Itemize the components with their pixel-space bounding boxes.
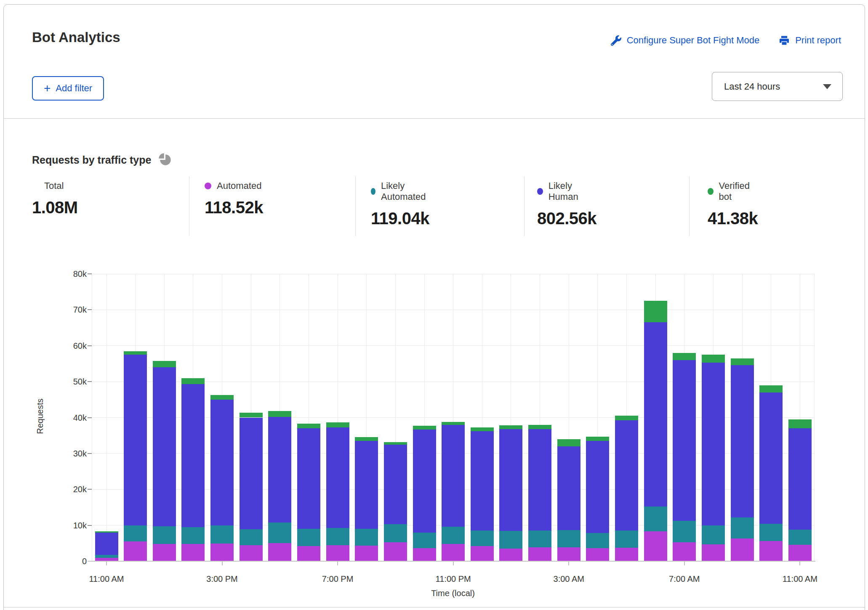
bar-segment-verified-bot [181, 378, 205, 385]
bar-segment-likely-human [210, 400, 234, 525]
bar-segment-automated [355, 546, 378, 561]
bar-segment-automated [673, 542, 696, 561]
bar-segment-automated [586, 548, 609, 561]
bar-segment-verified-bot [268, 411, 291, 417]
bar-segment-likely-automated [124, 525, 147, 541]
x-tick-label: 3:00 PM [186, 573, 258, 585]
bar-segment-automated [413, 548, 436, 561]
bar-segment-automated [644, 531, 667, 561]
bar-segment-verified-bot [153, 361, 176, 367]
bar-segment-likely-human [528, 429, 551, 531]
bar-segment-verified-bot [471, 427, 494, 431]
x-axis-line [88, 561, 815, 562]
y-tick-label: 10k [49, 520, 87, 531]
y-tick-mark [88, 381, 92, 382]
bar-segment-verified-bot [615, 416, 638, 420]
bar-segment-automated [471, 546, 494, 561]
bar-segment-likely-automated [615, 530, 638, 547]
bar-segment-verified-bot [557, 439, 580, 446]
bar-segment-verified-bot [499, 425, 522, 429]
bar-segment-verified-bot [210, 395, 234, 400]
bar-segment-likely-human [153, 367, 176, 526]
x-tick-label: 11:00 AM [71, 573, 142, 585]
bar-segment-verified-bot [297, 424, 320, 428]
bar-segment-likely-automated [557, 530, 580, 547]
bar-segment-verified-bot [788, 419, 812, 428]
bar-segment-likely-automated [326, 528, 349, 545]
bar-segment-likely-human [615, 420, 638, 530]
bar-segment-verified-bot [240, 413, 263, 417]
bar-segment-likely-automated [528, 530, 551, 547]
bar-segment-verified-bot [355, 437, 378, 441]
bar-segment-verified-bot [644, 301, 667, 322]
bar-segment-verified-bot [95, 531, 118, 533]
requests-by-traffic-type-chart: Requests Time (local) 010k20k30k40k50k60… [4, 5, 865, 607]
bar-segment-automated [268, 543, 291, 561]
y-tick-label: 60k [49, 340, 87, 352]
bar-segment-verified-bot [442, 422, 465, 425]
bar-segment-likely-human [788, 428, 812, 530]
y-tick-label: 50k [49, 376, 87, 387]
bar-segment-automated [181, 544, 205, 561]
x-tick-label: 11:00 PM [418, 573, 489, 585]
bar-segment-likely-automated [471, 530, 494, 546]
bar-segment-likely-automated [788, 530, 812, 545]
bar-segment-likely-human [673, 360, 696, 521]
y-tick-label: 80k [49, 268, 87, 280]
bar-segment-verified-bot [673, 353, 696, 360]
bar-segment-likely-automated [644, 507, 667, 531]
bar-segment-likely-automated [702, 525, 725, 544]
bar-segment-automated [384, 542, 407, 561]
bar-segment-automated [240, 545, 263, 561]
x-tick-mark [799, 562, 800, 565]
bar-segment-automated [210, 544, 234, 561]
x-tick-mark [106, 562, 107, 565]
bar-segment-likely-automated [673, 521, 696, 542]
bar-segment-likely-human [644, 322, 667, 507]
bar-segment-verified-bot [759, 385, 783, 393]
bar-segment-likely-human [471, 431, 494, 530]
y-tick-label: 40k [49, 412, 87, 424]
bar-segment-likely-automated [413, 533, 436, 549]
bar-segment-automated [297, 546, 320, 561]
bar-segment-likely-human [702, 363, 725, 526]
y-tick-label: 30k [49, 448, 87, 459]
bar-segment-likely-automated [95, 555, 118, 558]
bar-segment-verified-bot [586, 437, 609, 441]
bar-segment-automated [499, 549, 522, 561]
x-axis-title: Time (local) [390, 589, 516, 598]
bar-segment-automated [731, 538, 754, 561]
y-tick-mark [88, 309, 92, 310]
bar-segment-likely-human [297, 428, 320, 529]
bar-segment-likely-human [268, 417, 291, 522]
bar-segment-likely-automated [181, 527, 205, 544]
y-tick-label: 20k [49, 483, 87, 495]
bar-segment-automated [557, 547, 580, 561]
y-tick-mark [88, 273, 92, 274]
bar-segment-likely-automated [210, 525, 234, 544]
bar-segment-likely-human [413, 430, 436, 533]
bar-segment-automated [759, 541, 783, 561]
bar-segment-likely-automated [297, 529, 320, 546]
x-tick-label: 7:00 AM [649, 573, 720, 585]
bar-segment-verified-bot [731, 358, 754, 365]
v-gridline-edge [92, 274, 92, 561]
x-tick-mark [337, 562, 338, 565]
bar-segment-likely-automated [759, 524, 783, 541]
bar-segment-likely-automated [586, 533, 609, 548]
bar-segment-likely-human [499, 429, 522, 531]
v-gridline-edge [814, 274, 815, 561]
bar-segment-likely-automated [499, 531, 522, 549]
bar-segment-likely-automated [731, 517, 754, 538]
bar-segment-automated [442, 544, 465, 561]
y-tick-mark [88, 489, 92, 490]
bar-segment-likely-automated [153, 526, 176, 544]
bar-segment-likely-human [759, 393, 783, 524]
bot-analytics-card: Bot Analytics Configure Super Bot Fight … [3, 4, 865, 610]
x-tick-mark [568, 562, 569, 565]
bar-segment-automated [528, 547, 551, 561]
bar-segment-likely-automated [442, 527, 465, 544]
section-bottom-divider [4, 607, 865, 607]
bar-segment-automated [124, 541, 147, 561]
bar-segment-verified-bot [413, 426, 436, 430]
